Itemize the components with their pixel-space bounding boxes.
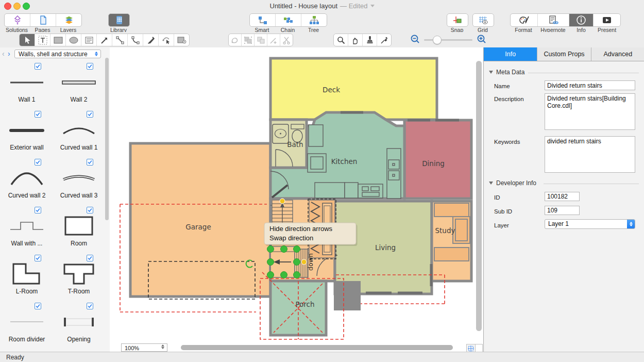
sub-id-field[interactable]: [545, 206, 580, 215]
text-tool-button[interactable]: [35, 34, 50, 46]
stairs-endpoint-handle[interactable]: [280, 199, 285, 204]
chain-button[interactable]: [276, 14, 301, 26]
library-item-opening[interactable]: Opening: [53, 303, 105, 351]
ellipse-tool-button[interactable]: [66, 34, 81, 46]
add-segment-tool-button[interactable]: [267, 34, 280, 46]
eyedropper-tool-button[interactable]: [377, 34, 391, 46]
developer-info-section-header[interactable]: Developer Info: [489, 179, 536, 187]
pen-tool-button[interactable]: [143, 34, 159, 46]
checkbox-checked-icon[interactable]: [87, 207, 93, 213]
name-field[interactable]: [545, 80, 635, 90]
drawing-canvas[interactable]: down Deck Bath Kitchen Dining Garage Stu…: [110, 47, 483, 343]
zoom-out-button[interactable]: [410, 34, 420, 44]
checkbox-checked-icon[interactable]: [35, 255, 41, 261]
zoom-slider-track[interactable]: [424, 39, 472, 41]
checkbox-checked-icon[interactable]: [87, 159, 93, 166]
format-button[interactable]: [511, 14, 538, 26]
library-item-l-room[interactable]: L-Room: [1, 255, 53, 303]
solutions-button[interactable]: [5, 14, 30, 26]
canvas-horizontal-scrollbar[interactable]: [181, 345, 453, 350]
layers-button[interactable]: [56, 14, 81, 26]
sidebar-scrollbar[interactable]: [105, 58, 109, 220]
keywords-field[interactable]: divided return stairs: [545, 136, 635, 173]
snap-icon: [452, 15, 463, 25]
library-category-select[interactable]: Walls, shell and structure: [14, 50, 101, 58]
checkbox-checked-icon[interactable]: [35, 63, 41, 70]
zoom-in-button[interactable]: [477, 34, 487, 44]
stairs-endpoint-handle[interactable]: [301, 259, 307, 265]
canvas-zoom-select[interactable]: 100%: [121, 343, 167, 352]
tree-button[interactable]: [301, 14, 327, 26]
library-button[interactable]: [108, 13, 130, 27]
checkbox-checked-icon[interactable]: [35, 303, 41, 309]
room-garage[interactable]: [130, 143, 270, 297]
group-tool-button[interactable]: [242, 34, 255, 46]
stamp-tool-button[interactable]: [363, 34, 377, 46]
checkbox-checked-icon[interactable]: [87, 255, 93, 261]
freeform-tool-button[interactable]: [229, 34, 242, 46]
checkbox-checked-icon[interactable]: [87, 63, 93, 70]
arrow-tool-button[interactable]: [97, 34, 112, 46]
library-forward-button[interactable]: ›: [8, 49, 10, 58]
disclosure-triangle-icon[interactable]: [489, 71, 493, 74]
zoom-tool-button[interactable]: [334, 34, 348, 46]
node-edit-tool-button[interactable]: [159, 34, 174, 46]
pages-button[interactable]: [30, 14, 56, 26]
opening-preview: [58, 310, 99, 334]
tools-toolbar: [0, 32, 644, 48]
library-item-t-room[interactable]: T-Room: [53, 255, 105, 303]
rectangle-tool-button[interactable]: [50, 34, 66, 46]
disclosure-triangle-icon[interactable]: [489, 182, 493, 185]
room-label-study: Study: [435, 226, 455, 235]
tab-advanced[interactable]: Advanced: [591, 47, 644, 61]
checkbox-checked-icon[interactable]: [35, 111, 41, 118]
scissors-tool-button[interactable]: [280, 34, 293, 46]
tooltip-swap-direction-item[interactable]: Swap direction: [269, 234, 313, 242]
tab-info[interactable]: Info: [484, 47, 537, 61]
info-icon: [576, 15, 586, 25]
library-item-curved-wall-1[interactable]: Curved wall 1: [53, 111, 105, 159]
description-field[interactable]: Divided return stairs[Building Core.cdl]: [545, 93, 635, 130]
layer-select[interactable]: Layer 1: [545, 219, 635, 229]
snap-button[interactable]: [447, 13, 468, 27]
checkbox-checked-icon[interactable]: [87, 303, 93, 309]
id-field[interactable]: [545, 192, 580, 201]
tooltip-hide-arrows-item[interactable]: Hide direction arrows: [269, 225, 333, 233]
smart-button[interactable]: [250, 14, 276, 26]
library-item-wall-with[interactable]: Wall with ...: [1, 207, 53, 255]
line-tool-button[interactable]: [112, 34, 128, 46]
hypernote-button[interactable]: [538, 14, 570, 26]
zoom-slider-thumb[interactable]: [433, 36, 442, 44]
present-button[interactable]: [594, 14, 620, 26]
library-item-label: Opening: [53, 336, 105, 343]
ungroup-tool-button[interactable]: [255, 34, 267, 46]
checkbox-checked-icon[interactable]: [87, 111, 93, 118]
window-edited-state: — Edited: [340, 2, 367, 10]
library-item-room[interactable]: Room: [53, 207, 105, 255]
title-menu-caret-icon[interactable]: [370, 5, 375, 7]
library-item-curved-wall-3[interactable]: Curved wall 3: [53, 159, 105, 207]
library-item-wall1[interactable]: Wall 1: [1, 63, 53, 111]
canvas-vertical-scrollbar[interactable]: [476, 61, 482, 331]
grid-button[interactable]: [472, 13, 494, 27]
meta-data-section-header[interactable]: Meta Data: [489, 69, 524, 76]
checkbox-checked-icon[interactable]: [35, 207, 41, 213]
shape-subtract-tool-button[interactable]: [174, 34, 189, 46]
library-item-exterior-wall[interactable]: Exterior wall: [1, 111, 53, 159]
room-divider-preview: [6, 310, 47, 334]
library-item-curved-wall-2[interactable]: Curved wall 2: [1, 159, 53, 207]
text-block-tool-button[interactable]: [81, 34, 97, 46]
room-deck[interactable]: [270, 58, 437, 120]
library-item-wall2[interactable]: Wall 2: [53, 63, 105, 111]
checkbox-checked-icon[interactable]: [35, 159, 41, 166]
library-item-room-divider[interactable]: Room divider: [1, 303, 53, 351]
library-back-button[interactable]: ‹: [2, 49, 5, 58]
library-item-label: Curved wall 2: [1, 192, 53, 199]
select-tool-button[interactable]: [20, 34, 35, 46]
entry-steps[interactable]: [334, 281, 361, 310]
pan-tool-button[interactable]: [348, 34, 363, 46]
info-button[interactable]: [569, 14, 594, 26]
tab-custom-props[interactable]: Custom Props: [537, 47, 591, 61]
arc-tool-button[interactable]: [128, 34, 143, 46]
library-item-label: T-Room: [53, 288, 105, 295]
